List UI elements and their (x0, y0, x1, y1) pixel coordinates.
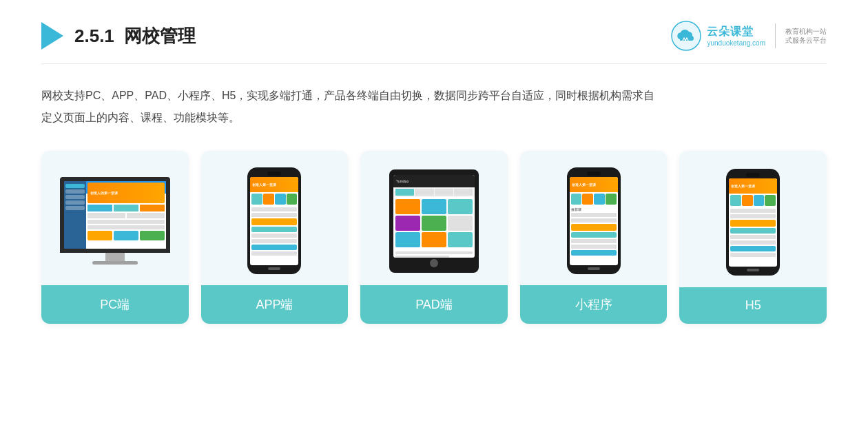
tablet-pad-icon: Yumduo (389, 169, 479, 273)
card-h5-label: H5 (679, 287, 827, 324)
card-miniprogram-image: 创造人第一堂课 推荐课 (520, 151, 668, 285)
logo-triangle-icon (41, 22, 63, 50)
phone-miniprogram-icon: 创造人第一堂课 推荐课 (567, 167, 621, 274)
brand-slogan-block: 教育机构一站 式服务云平台 (785, 27, 827, 45)
brand-text-block: 云朵课堂 yunduoketang.com (707, 25, 765, 47)
phone-mini-notch (587, 172, 601, 176)
page-wrapper: 2.5.1 网校管理 云朵课堂 yunduoketang.com 教育机构一站 … (0, 0, 868, 434)
phone-notch (267, 172, 281, 176)
card-app-image: 创造人第一堂课 (201, 151, 349, 285)
tablet-grid-item-5 (422, 216, 446, 231)
cloud-icon (671, 21, 701, 51)
section-title: 网校管理 (124, 25, 196, 46)
tablet-nav-item-active (395, 189, 414, 196)
phone-h5-notch (746, 173, 760, 177)
phone-mini-screen: 创造人第一堂课 推荐课 (570, 177, 618, 265)
card-miniprogram-label: 小程序 (520, 285, 668, 324)
phone-h5-screen: 创造人第一堂课 (729, 178, 777, 267)
header: 2.5.1 网校管理 云朵课堂 yunduoketang.com 教育机构一站 … (41, 21, 827, 64)
tablet-grid-item-9 (448, 232, 473, 247)
tablet-nav-item-2 (435, 189, 453, 196)
brand-name: 云朵课堂 (707, 25, 765, 39)
tablet-content-grid (393, 197, 475, 249)
brand-container: 云朵课堂 yunduoketang.com 教育机构一站 式服务云平台 (671, 21, 827, 51)
card-app: 创造人第一堂课 (201, 151, 349, 324)
phone-h5-icon: 创造人第一堂课 (726, 169, 780, 276)
tablet-grid-item-1 (395, 199, 420, 214)
tablet-grid-item-3 (448, 199, 473, 214)
card-h5: 创造人第一堂课 (679, 151, 827, 324)
card-pad-image: Yumduo (360, 151, 508, 285)
card-app-label: APP端 (201, 285, 349, 324)
card-pc-image: 创造人的第一堂课 (41, 151, 189, 285)
card-pc-label: PC端 (41, 285, 189, 324)
card-pad: Yumduo (360, 151, 508, 324)
section-number: 2.5.1 (74, 25, 114, 46)
tablet-grid-item-7 (395, 232, 420, 247)
tablet-nav-item-3 (454, 189, 473, 196)
tablet-home-button (430, 259, 438, 267)
tablet-grid-item-4 (395, 216, 420, 231)
tablet-nav (393, 187, 475, 197)
pc-monitor-icon: 创造人的第一堂课 (60, 177, 170, 265)
brand-slogan-line2: 式服务云平台 (785, 36, 827, 45)
tablet-header-bar: Yumduo (393, 175, 475, 187)
tablet-nav-item-1 (415, 189, 433, 196)
cards-grid: 创造人的第一堂课 (41, 151, 827, 324)
card-pad-label: PAD端 (360, 285, 508, 324)
card-h5-image: 创造人第一堂课 (679, 151, 827, 287)
card-pc: 创造人的第一堂课 (41, 151, 189, 324)
description-text: 网校支持PC、APP、PAD、小程序、H5，实现多端打通，产品各终端自由切换，数… (41, 85, 661, 129)
header-divider (775, 23, 776, 48)
header-left: 2.5.1 网校管理 (41, 22, 196, 50)
brand-slogan-line1: 教育机构一站 (785, 27, 827, 36)
tablet-grid-item-2 (422, 199, 446, 214)
tablet-grid-item-8 (422, 232, 446, 247)
tablet-screen: Yumduo (393, 175, 475, 258)
page-title: 2.5.1 网校管理 (74, 24, 196, 48)
phone-app-icon: 创造人第一堂课 (247, 167, 301, 274)
brand-url: yunduoketang.com (707, 39, 765, 47)
tablet-grid-item-6 (448, 216, 473, 231)
card-miniprogram: 创造人第一堂课 推荐课 (520, 151, 668, 324)
phone-screen: 创造人第一堂课 (250, 177, 298, 265)
tablet-header-text: Yumduo (396, 179, 409, 183)
